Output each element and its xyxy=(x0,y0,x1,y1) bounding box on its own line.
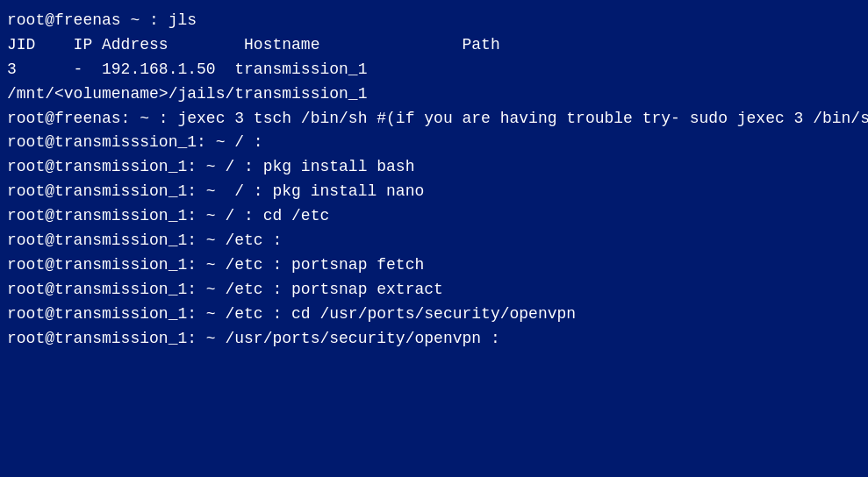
terminal-line: root@transmission_1: ~ /etc : portsnap e… xyxy=(7,278,861,303)
terminal-line: root@transmission_1: ~ / : cd /etc xyxy=(7,204,861,229)
terminal-line: root@freenas: ~ : jexec 3 tsch /bin/sh #… xyxy=(7,107,861,132)
terminal-line: root@transmisssion_1: ~ / : xyxy=(7,131,861,155)
terminal-line: /mnt/<volumename>/jails/transmission_1 xyxy=(7,82,861,107)
terminal-line: 3 - 192.168.1.50 transmission_1 xyxy=(7,58,861,82)
terminal-line: root@transmission_1: ~ /usr/ports/securi… xyxy=(7,327,861,352)
terminal-line: root@freenas ~ : jls xyxy=(7,9,861,33)
terminal-line: root@transmission_1: ~ /etc : cd /usr/po… xyxy=(7,303,861,327)
terminal-line: root@transmission_1: ~ /etc : portsnap f… xyxy=(7,253,861,278)
terminal-line: JID IP Address Hostname Path xyxy=(7,33,861,58)
terminal-line: root@transmission_1: ~ / : pkg install n… xyxy=(7,180,861,204)
terminal-line: root@transmission_1: ~ /etc : xyxy=(7,229,861,253)
terminal-line: root@transmission_1: ~ / : pkg install b… xyxy=(7,155,861,180)
terminal-window: root@freenas ~ : jlsJID IP Address Hostn… xyxy=(0,0,868,477)
